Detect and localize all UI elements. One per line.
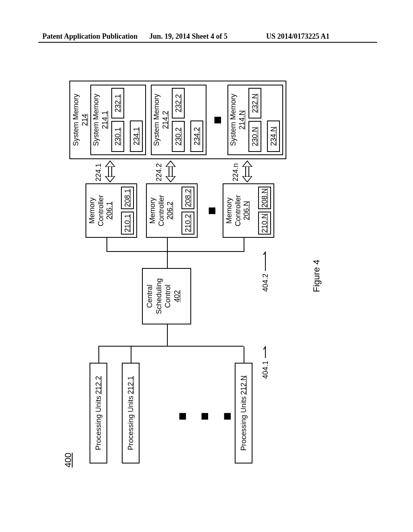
mc-title2: Controller — [97, 184, 106, 237]
leader-404-2 — [265, 252, 266, 271]
page: Patent Application Publication Jun. 19, … — [0, 0, 413, 532]
mc2-a: 210.2 — [184, 214, 192, 232]
pu2-label: Processing Units — [127, 396, 135, 450]
puN-ref: 212.N — [240, 375, 248, 395]
sys2-b: 232.2 — [174, 94, 182, 112]
mcN-a: 210.N — [261, 214, 269, 233]
wire — [167, 238, 168, 252]
arrow-224-1 — [105, 160, 115, 183]
memory-controller-n: Memory Controller 206.N 210.N 208.N — [223, 183, 274, 238]
sys2-ref: 214.2 — [161, 85, 170, 154]
sysN-a: 230.N — [251, 127, 259, 146]
figure-ref: 400 — [63, 453, 73, 468]
pu-ellipsis: ■ ■ ■ — [174, 409, 236, 423]
header-rule — [38, 42, 377, 43]
label-404-2: 404.2 — [261, 274, 270, 292]
figure-wrap: 400 Processing Units 212.2 Processing Un… — [5, 129, 408, 419]
sys1-ref: 214.1 — [101, 85, 110, 154]
processing-unit-1: Processing Units 212.2 — [90, 363, 107, 463]
sys-outer-title: System Memory — [72, 81, 81, 158]
header-left: Patent Application Publication — [42, 32, 138, 41]
wire — [167, 324, 168, 347]
puN-label: Processing Units — [240, 397, 248, 451]
mc1-b: 208.1 — [123, 189, 131, 207]
sys2-c: 234.2 — [193, 127, 201, 145]
label-224-2: 224.2 — [155, 163, 163, 181]
csc-ref: 402 — [173, 269, 182, 324]
mc1-a: 210.1 — [123, 214, 131, 232]
sys-outer-ref: 214 — [81, 81, 90, 158]
wire — [98, 347, 99, 363]
figure-caption: Figure 4 — [311, 260, 322, 292]
wire — [167, 252, 168, 268]
arrow-224-2 — [165, 160, 176, 183]
system-memory-1: System Memory 214.1 230.1 232.1 234.1 — [90, 85, 146, 155]
central-scheduling-control: Central Scheduling Control 402 — [142, 268, 191, 324]
sys1-b: 232.1 — [114, 94, 122, 112]
wire — [131, 347, 131, 363]
wire — [106, 238, 107, 252]
mc2-ref: 206.2 — [166, 184, 175, 237]
memory-controller-1: Memory Controller 206.1 210.1 208.1 — [86, 183, 137, 238]
wire — [244, 238, 244, 252]
csc-l3: Control — [163, 269, 173, 324]
header-mid: Jun. 19, 2014 Sheet 4 of 5 — [149, 32, 227, 41]
pu1-label: Processing Units — [94, 396, 103, 450]
memory-controller-2: Memory Controller 206.2 210.2 208.2 — [146, 183, 198, 238]
processing-unit-n: Processing Units 212.N — [235, 363, 252, 463]
mc-title: Memory — [88, 184, 97, 237]
bus-right — [106, 251, 244, 252]
mcN-b: 208.N — [261, 188, 269, 208]
label-224-n: 224.n — [232, 163, 240, 181]
label-404-1: 404.1 — [261, 361, 270, 379]
mc2-b: 208.2 — [184, 189, 192, 207]
figure-canvas: 400 Processing Units 212.2 Processing Un… — [61, 73, 352, 476]
csc-l2: Scheduling — [154, 269, 164, 324]
pu2-ref: 212.1 — [127, 376, 135, 394]
leader-404-1 — [265, 347, 266, 358]
sysN-c: 234.N — [269, 127, 277, 146]
sysN-ref: 214.N — [238, 85, 247, 154]
bus-left — [98, 346, 244, 347]
pu1-ref: 212.2 — [94, 376, 103, 394]
arrow-224-n — [242, 160, 252, 183]
wire — [244, 347, 244, 363]
mcN-ref: 206.N — [242, 184, 251, 237]
csc-l1: Central — [145, 269, 154, 324]
label-224-1: 224.1 — [94, 163, 103, 181]
system-memory-n: System Memory 214.N 230.N 232.N 234.N — [227, 85, 283, 155]
system-memory-outer: System Memory 214 System Memory 214.1 23… — [69, 81, 286, 159]
processing-unit-2: Processing Units 212.1 — [122, 363, 140, 463]
sys1-c: 234.1 — [132, 127, 140, 145]
header-right: US 2014/0173225 A1 — [266, 32, 330, 41]
system-memory-2: System Memory 214.2 230.2 232.2 234.2 — [151, 85, 206, 155]
sys1-a: 230.1 — [114, 127, 122, 145]
sys2-a: 230.2 — [174, 127, 182, 145]
sysN-b: 232.N — [251, 94, 259, 113]
mc1-ref: 206.1 — [105, 184, 114, 237]
